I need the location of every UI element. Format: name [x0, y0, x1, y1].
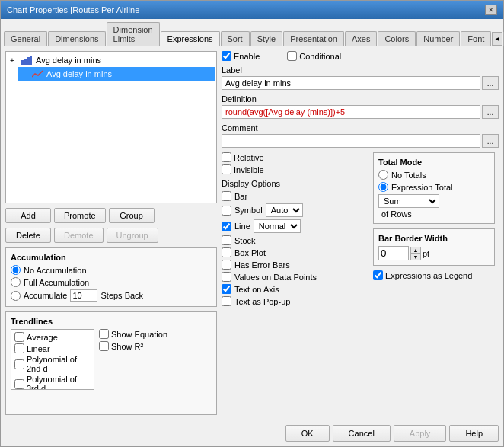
- content-area: + Avg delay in mins: [1, 46, 503, 420]
- window-title: Chart Properties [Routes Per Airline: [7, 5, 139, 14]
- display-options-title: Display Options: [222, 179, 368, 188]
- expand-icon-0[interactable]: +: [10, 56, 19, 65]
- close-button[interactable]: ✕: [485, 5, 497, 15]
- tab-general[interactable]: General: [4, 31, 47, 46]
- disp-symbol-select[interactable]: Auto: [266, 203, 303, 217]
- expr-legend-check[interactable]: [373, 270, 383, 280]
- trendline-linear-check[interactable]: [14, 343, 24, 353]
- left-panel: + Avg delay in mins: [5, 51, 217, 415]
- tab-dimension-limits[interactable]: Dimension Limits: [107, 22, 160, 46]
- trendline-poly2[interactable]: Polynomial of 2nd d: [13, 354, 92, 374]
- tab-font[interactable]: Font: [461, 31, 491, 46]
- title-bar: Chart Properties [Routes Per Airline ✕: [1, 1, 503, 19]
- definition-dotdot-btn[interactable]: ...: [482, 105, 499, 119]
- expr-total-input[interactable]: [378, 182, 388, 192]
- definition-input[interactable]: [222, 105, 480, 119]
- no-totals-input[interactable]: [378, 170, 388, 180]
- comment-section: Comment ...: [222, 123, 499, 148]
- label-dotdot-btn[interactable]: ...: [482, 76, 499, 90]
- spin-down[interactable]: ▼: [410, 254, 421, 260]
- ok-button[interactable]: OK: [285, 425, 330, 442]
- tabs-bar: General Dimensions Dimension Limits Expr…: [1, 19, 503, 46]
- disp-line-select[interactable]: Normal: [254, 219, 301, 233]
- comment-dotdot-btn[interactable]: ...: [482, 134, 499, 148]
- accum-none-input[interactable]: [11, 265, 21, 275]
- tab-axes[interactable]: Axes: [345, 31, 377, 46]
- disp-boxplot: Box Plot: [222, 247, 368, 257]
- trendline-linear-label: Linear: [27, 344, 50, 353]
- demote-button[interactable]: Demote: [54, 228, 104, 243]
- show-r2-check[interactable]: [99, 341, 109, 351]
- tab-dimensions[interactable]: Dimensions: [48, 31, 105, 46]
- bar-border-input[interactable]: [378, 246, 409, 260]
- trendline-poly3-label: Polynomial of 3rd d: [27, 375, 91, 390]
- disp-symbol-check[interactable]: [222, 206, 231, 216]
- disp-bar-check[interactable]: [222, 191, 231, 201]
- tab-sort[interactable]: Sort: [221, 31, 250, 46]
- expression-tree[interactable]: + Avg delay in mins: [5, 51, 217, 203]
- steps-back-label: Steps Back: [100, 291, 143, 300]
- disp-stock-check[interactable]: [222, 235, 231, 245]
- accumulation-title: Accumulation: [11, 253, 212, 262]
- disp-boxplot-check[interactable]: [222, 247, 231, 257]
- delete-button[interactable]: Delete: [5, 228, 51, 243]
- tab-number[interactable]: Number: [416, 31, 460, 46]
- apply-button[interactable]: Apply: [394, 425, 447, 442]
- tab-expressions[interactable]: Expressions: [161, 31, 220, 46]
- accum-steps-input[interactable]: [11, 291, 21, 301]
- disp-text-axis-check[interactable]: [222, 284, 231, 294]
- definition-label: Definition: [222, 94, 499, 104]
- tab-style[interactable]: Style: [250, 31, 282, 46]
- accum-full-label: Full Accumulation: [24, 278, 89, 287]
- cancel-button[interactable]: Cancel: [333, 425, 391, 442]
- accumulation-section: Accumulation No Accumulation Full Accumu…: [5, 247, 217, 307]
- disp-errorbars-label: Has Error Bars: [234, 260, 290, 270]
- trendline-average-check[interactable]: [14, 332, 24, 342]
- add-button[interactable]: Add: [5, 208, 51, 223]
- trendline-poly2-check[interactable]: [14, 359, 24, 369]
- show-equation-text: Show Equation: [111, 330, 167, 339]
- bar-border-title: Bar Border Width: [378, 234, 490, 243]
- tree-label-1: Avg delay in mins: [46, 69, 112, 78]
- tab-presentation[interactable]: Presentation: [283, 31, 344, 46]
- show-equation-check[interactable]: [99, 329, 109, 339]
- trendline-linear[interactable]: Linear: [13, 343, 92, 354]
- accum-steps-num[interactable]: [70, 289, 97, 302]
- relative-check[interactable]: [222, 152, 231, 162]
- trendline-poly3-check[interactable]: [14, 379, 24, 389]
- svg-rect-1: [24, 59, 27, 65]
- spin-up[interactable]: ▲: [410, 247, 421, 254]
- comment-input[interactable]: [222, 134, 480, 148]
- action-buttons-row2: Delete Demote Ungroup: [5, 228, 217, 243]
- accum-full-input[interactable]: [11, 277, 21, 287]
- enable-check[interactable]: [222, 51, 231, 61]
- trendlines-list[interactable]: Average Linear Polynomial of 2nd d: [11, 329, 94, 390]
- trendline-poly3[interactable]: Polynomial of 3rd d: [13, 374, 92, 390]
- label-input[interactable]: [222, 76, 480, 90]
- no-totals-label: No Totals: [391, 171, 426, 180]
- tree-item-0[interactable]: + Avg delay in mins: [8, 53, 215, 67]
- disp-values-check[interactable]: [222, 272, 231, 282]
- trendline-average[interactable]: Average: [13, 331, 92, 343]
- tab-colors[interactable]: Colors: [378, 31, 416, 46]
- tree-item-1[interactable]: Avg delay in mins: [18, 67, 215, 81]
- definition-input-row: ...: [222, 105, 499, 119]
- promote-button[interactable]: Promote: [54, 208, 106, 223]
- accum-steps-row: Accumulate Steps Back: [11, 289, 212, 302]
- disp-bar-label: Bar: [234, 192, 247, 201]
- conditional-check[interactable]: [287, 51, 297, 61]
- right-side-panels: Total Mode No Totals Expression Total Su…: [373, 152, 499, 415]
- help-button[interactable]: Help: [449, 425, 499, 442]
- disp-popup-check[interactable]: [222, 296, 231, 306]
- svg-rect-3: [30, 56, 32, 65]
- disp-line-check[interactable]: [222, 222, 231, 231]
- label-input-row: ...: [222, 76, 499, 90]
- group-button[interactable]: Group: [109, 208, 155, 223]
- expand-icon-1: [21, 70, 30, 78]
- invisible-check[interactable]: [222, 164, 231, 174]
- tab-scroll-left[interactable]: ◄: [492, 32, 502, 46]
- disp-boxplot-label: Box Plot: [234, 248, 266, 257]
- ungroup-button[interactable]: Ungroup: [107, 228, 158, 243]
- disp-errorbars-check[interactable]: [222, 260, 231, 270]
- sum-select[interactable]: Sum: [378, 194, 439, 208]
